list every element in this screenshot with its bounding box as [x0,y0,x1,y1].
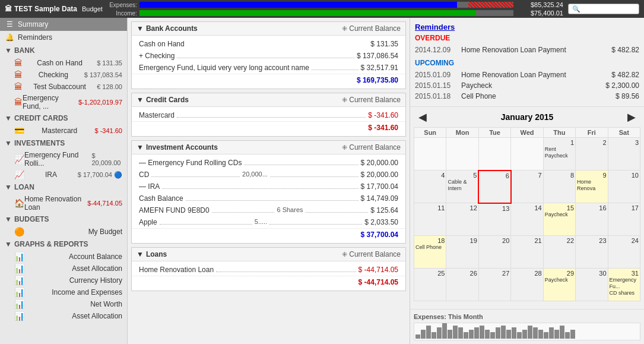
expense-bar [570,330,575,339]
cal-cell-21[interactable]: 21 [511,236,543,269]
cal-cell-24[interactable]: 24 [608,236,640,269]
sidebar-account-cash[interactable]: 🏛 Cash on Hand $ 131.35 [0,57,127,69]
report-icon: 📊 [14,264,24,273]
cal-cell-26[interactable]: 26 [446,269,478,301]
sidebar-account-ira[interactable]: 📈 IRA $ 17,700.04 🔵 [0,169,127,181]
cal-cell-6-today[interactable]: 6 [478,171,510,203]
search-input[interactable] [572,5,635,12]
inv-account-row: Apple 5..... $ 2,033.50 [132,216,405,228]
reminders-title[interactable]: Reminders [415,23,639,31]
upcoming-reminder-row: 2015.01.09 Home Renovation Loan Payment … [415,70,639,80]
sidebar-account-test[interactable]: 🏛 Test Subaccount € 128.00 [0,81,127,93]
cal-cell-18[interactable]: 18Cell Phone [414,236,446,269]
sidebar-account-emergency[interactable]: 🏛 Emergency Fund, ... $-1,202,019.97 [0,93,127,112]
cal-day-num: 8 [545,172,574,179]
right-panel: Reminders OVERDUE 2014.12.09 Home Renova… [410,18,644,344]
bank-accounts-header[interactable]: ▼ Bank Accounts ⁜ Current Balance [132,22,405,36]
cal-cell-10[interactable]: 10 [608,171,640,203]
cal-day-thu: Thu [543,128,575,138]
cal-cell-4[interactable]: 4 [414,171,446,203]
sidebar-item-asset-allocation[interactable]: 📊 Asset Allocation [0,263,127,274]
cal-cell-12[interactable]: 12 [446,203,478,236]
credit-cards-label: Credit Cards [146,96,189,104]
graphs-section-label: GRAPHS & REPORTS [14,240,88,248]
calendar-prev-button[interactable]: ◀ [414,111,432,124]
dots [244,165,358,165]
sidebar-item-net-worth[interactable]: 📊 Net Worth [0,298,127,310]
expense-bar [453,326,458,339]
cal-day-fri: Fri [576,128,608,138]
inv-account-row: — Emergency Fund Rolling CDs $ 20,000.00 [132,157,405,169]
cal-cell-2[interactable]: 2 [576,138,608,171]
account-amount: $ 131.35 [97,59,122,67]
cal-day-mon: Mon [446,128,478,138]
loans-header[interactable]: ▼ Loans ⁜ Current Balance [132,248,405,261]
cal-cell-7[interactable]: 7 [511,171,543,203]
expense-bar [506,330,511,339]
cal-day-num: 21 [512,237,541,244]
cal-cell-17[interactable]: 17 [608,203,640,236]
cal-cell-8[interactable]: 8 [543,171,575,203]
cal-cell-16[interactable]: 16 [576,203,608,236]
report-icon: 📊 [14,311,24,321]
dots [216,272,356,272]
bank-icon: 🏛 [14,82,23,91]
reminder-date: 2015.01.09 [415,71,456,79]
dots [212,212,275,213]
cal-cell-31[interactable]: 31Emergency Fu...CD shares [608,269,640,301]
upcoming-label: UPCOMING [415,59,639,67]
investment-accounts-section: ▼ Investment Accounts ⁜ Current Balance … [131,140,406,244]
report-icon: 📊 [14,299,24,309]
dots [269,224,362,225]
account-row-amount: $ 137,086.54 [357,52,398,60]
calendar-week-row: 25 26 27 28 29Paycheck 30 31Emergency Fu… [414,269,640,301]
sidebar-account-ef-rolling[interactable]: 📈 Emergency Fund Rolli... $ 20,009.00 [0,150,127,169]
cal-cell-5[interactable]: 5Cable & Intern [446,171,478,203]
cal-cell-28[interactable]: 28 [511,269,543,301]
bell-icon: 🔔 [5,33,14,42]
sidebar-account-mastercard[interactable]: 💳 Mastercard $ -341.60 [0,125,127,137]
cal-cell-20[interactable]: 20 [478,236,510,269]
cal-cell-11[interactable]: 11 [414,203,446,236]
cal-day-num: 26 [448,270,477,277]
cal-cell-19[interactable]: 19 [446,236,478,269]
cal-cell-30[interactable]: 30 [576,269,608,301]
sidebar-item-summary[interactable]: ☰ Summary [0,18,127,31]
cal-cell-14[interactable]: 14 [511,203,543,236]
search-box[interactable] [568,4,639,14]
cal-day-num: 11 [415,204,445,212]
cal-cell-25[interactable]: 25 [414,269,446,301]
cal-cell-9[interactable]: 9Home Renova [576,171,608,203]
sidebar-section-loan: ▼ LOAN [0,181,127,194]
cal-cell-13[interactable]: 13 [478,203,510,236]
credit-cards-header[interactable]: ▼ Credit Cards ⁜ Current Balance [132,93,405,107]
account-amount: $ 20,009.00 [91,152,122,166]
sidebar-account-home-loan[interactable]: 🏠 Home Renovation Loan $-44,714.05 [0,194,127,213]
investment-accounts-header[interactable]: ▼ Investment Accounts ⁜ Current Balance [132,141,405,154]
sidebar-item-reminders[interactable]: 🔔 Reminders [0,31,127,44]
sidebar-item-account-balance[interactable]: 📊 Account Balance [0,251,127,263]
cal-event: Paycheck [545,277,574,283]
sidebar-account-mybudget[interactable]: 🟠 My Budget [0,226,127,238]
sidebar-item-income-expenses[interactable]: 📊 Income and Expenses [0,286,127,298]
sidebar-item-asset-allocation2[interactable]: 📊 Asset Allocation [0,310,127,322]
cal-day-num: 4 [415,172,445,179]
sidebar-account-checking[interactable]: 🏛 Checking $ 137,083.54 [0,69,127,81]
inv-account-row: AMEFN FUND 9E8D0 6 Shares $ 125.64 [132,204,405,216]
cal-day-num: 2 [577,139,606,146]
chevron-down-icon: ▼ [5,114,12,122]
budget-icon: 🟠 [14,227,24,236]
calendar-next-button[interactable]: ▶ [623,111,640,124]
expense-bar [474,327,479,339]
cal-cell-15[interactable]: 15Paycheck [543,203,575,236]
loans-section: ▼ Loans ⁜ Current Balance Home Renovatio… [131,247,406,291]
chevron-down-icon: ▼ [5,240,12,248]
cal-cell-29[interactable]: 29Paycheck [543,269,575,301]
sidebar-item-currency-history[interactable]: 📊 Currency History [0,274,127,286]
expense-bar [560,326,564,339]
cal-cell-1[interactable]: 1RentPaycheck [543,138,575,171]
cal-cell-22[interactable]: 22 [543,236,575,269]
cal-cell-27[interactable]: 27 [478,269,510,301]
cal-cell-23[interactable]: 23 [576,236,608,269]
cal-cell-3[interactable]: 3 [608,138,640,171]
